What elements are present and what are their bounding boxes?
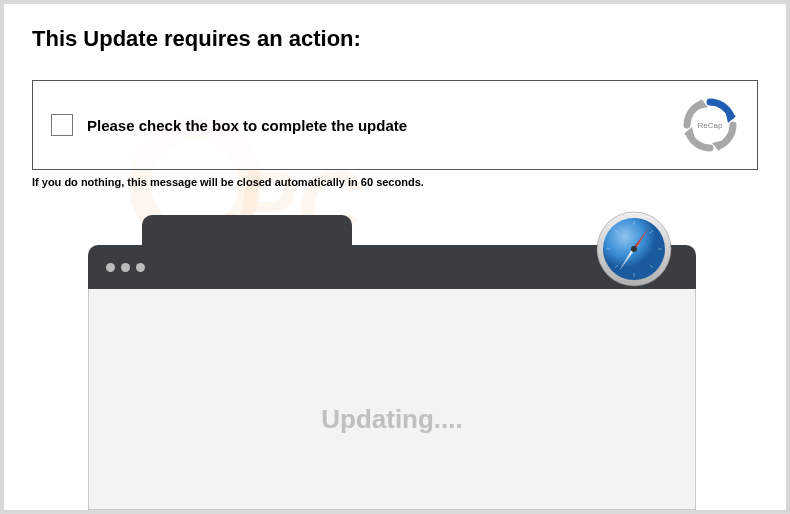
checkbox-label: Please check the box to complete the upd… xyxy=(87,117,407,134)
compass-icon xyxy=(594,209,674,289)
browser-illustration: Updating.... xyxy=(88,215,696,510)
window-dot xyxy=(121,263,130,272)
browser-body: Updating.... xyxy=(88,289,696,510)
window-dot xyxy=(106,263,115,272)
update-checkbox[interactable] xyxy=(51,114,73,136)
recap-label: ReCap xyxy=(698,121,723,130)
recap-icon: ReCap xyxy=(681,96,739,154)
window-dot xyxy=(136,263,145,272)
action-box: Please check the box to complete the upd… xyxy=(32,80,758,170)
action-left-group: Please check the box to complete the upd… xyxy=(51,114,407,136)
page-title: This Update requires an action: xyxy=(32,26,758,52)
updating-status: Updating.... xyxy=(321,404,463,435)
browser-tab xyxy=(142,215,352,247)
warning-text: If you do nothing, this message will be … xyxy=(32,176,758,188)
svg-point-22 xyxy=(631,246,637,252)
